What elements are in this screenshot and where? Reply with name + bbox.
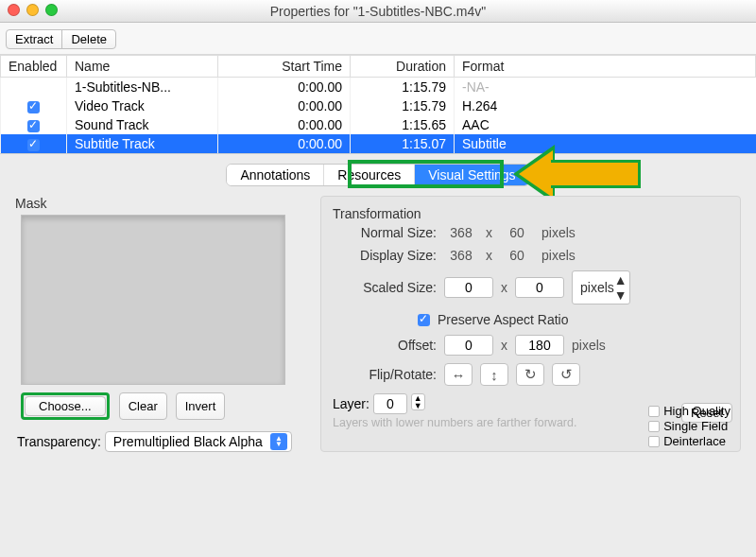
rotate-cw-button[interactable]: ↻ (516, 363, 544, 386)
col-enabled[interactable]: Enabled (1, 56, 67, 78)
tab-visual-settings[interactable]: Visual Settings (414, 165, 528, 185)
traffic-lights (8, 4, 58, 16)
scaled-width-input[interactable] (444, 277, 493, 298)
flip-horizontal-button[interactable]: ↔ (444, 363, 472, 386)
render-options: High Quality Single Field Deinterlace (648, 403, 730, 449)
window-title: Properties for "1-Subtitles-NBC.m4v" (270, 4, 487, 19)
tabbar: Annotations Resources Visual Settings (15, 164, 741, 186)
minimize-icon[interactable] (26, 4, 39, 16)
transformation-section: Transformation Normal Size: 368 x 60 pix… (320, 196, 741, 452)
flip-rotate-buttons: ↔ ↕ ↻ ↺ (444, 363, 580, 386)
offset-x-input[interactable] (444, 335, 493, 356)
maximize-icon[interactable] (45, 4, 58, 16)
col-start[interactable]: Start Time (218, 56, 351, 78)
preserve-aspect-checkbox[interactable] (418, 314, 430, 326)
table-row[interactable]: Sound Track 0:00.00 1:15.65 AAC (1, 115, 756, 134)
mask-preview (21, 215, 285, 385)
toolbar: ExtractDelete (0, 23, 756, 55)
invert-mask-button[interactable]: Invert (176, 392, 226, 420)
mask-label: Mask (15, 196, 303, 211)
layer-input[interactable] (373, 393, 407, 414)
table-row[interactable]: Subtitle Track 0:00.00 1:15.07 Subtitle (1, 134, 756, 153)
transparency-select[interactable]: Premultiplied Black Alpha ▲▼ (105, 431, 292, 452)
deinterlace-checkbox[interactable]: Deinterlace (648, 434, 730, 448)
table-row[interactable]: 1-Subtitles-NB... 0:00.00 1:15.79 -NA- (1, 78, 756, 97)
titlebar: Properties for "1-Subtitles-NBC.m4v" (0, 0, 756, 23)
lower-panel: Annotations Resources Visual Settings Ma… (0, 153, 756, 460)
stepper-icon[interactable]: ▲▼ (411, 393, 425, 410)
rotate-ccw-button[interactable]: ↺ (552, 363, 580, 386)
scaled-unit-select[interactable]: pixels ▲▼ (572, 270, 630, 305)
transformation-label: Transformation (333, 206, 729, 221)
tracks-table: Enabled Name Start Time Duration Format … (0, 55, 756, 153)
col-name[interactable]: Name (67, 56, 218, 78)
col-duration[interactable]: Duration (351, 56, 455, 78)
clear-mask-button[interactable]: Clear (119, 392, 167, 420)
scaled-height-input[interactable] (515, 277, 564, 298)
col-format[interactable]: Format (455, 56, 756, 78)
checkbox-icon[interactable] (27, 120, 40, 132)
high-quality-checkbox[interactable]: High Quality (648, 404, 730, 418)
single-field-checkbox[interactable]: Single Field (648, 419, 730, 433)
checkbox-icon[interactable] (27, 139, 40, 151)
tab-annotations[interactable]: Annotations (227, 165, 323, 185)
extract-button[interactable]: Extract (6, 29, 62, 49)
chevron-updown-icon: ▲▼ (614, 272, 627, 303)
offset-y-input[interactable] (515, 335, 564, 356)
delete-button[interactable]: Delete (61, 29, 116, 49)
transparency-row: Transparency: Premultiplied Black Alpha … (17, 431, 303, 452)
close-icon[interactable] (8, 4, 20, 16)
flip-vertical-button[interactable]: ↕ (480, 363, 508, 386)
choose-mask-button[interactable]: Choose... (25, 396, 106, 416)
checkbox-icon[interactable] (27, 101, 40, 113)
table-row[interactable]: Video Track 0:00.00 1:15.79 H.264 (1, 96, 756, 115)
annotation-highlight-choose: Choose... (21, 392, 110, 420)
mask-section: Mask Choose... Clear Invert Transparency… (15, 196, 303, 452)
tab-resources[interactable]: Resources (323, 165, 414, 185)
chevron-updown-icon: ▲▼ (270, 433, 287, 450)
